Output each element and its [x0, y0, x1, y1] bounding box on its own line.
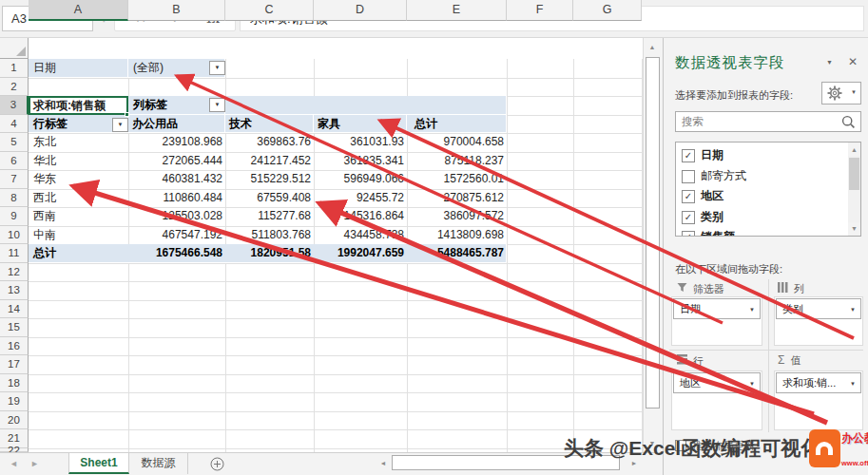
fields-tools-button[interactable]: ▼ [821, 82, 861, 104]
field-item-4[interactable]: ✓类别 [682, 207, 843, 228]
field-checkbox[interactable]: ✓ [682, 231, 695, 237]
pivot-value-cell[interactable]: 460381.432 [128, 170, 225, 189]
pivot-value-cell[interactable]: 515229.512 [225, 170, 314, 189]
column-header-g[interactable]: G [573, 0, 642, 21]
row-header-7[interactable]: 7 [0, 170, 29, 189]
chevron-down-icon[interactable]: ▼ [749, 374, 755, 393]
pivot-value-cell[interactable]: 369863.76 [225, 133, 314, 152]
row-header-11[interactable]: 11 [0, 244, 29, 263]
sheet-nav-left-icon[interactable]: ◄ [10, 459, 18, 468]
pivot-col-header[interactable]: 总计 [407, 115, 507, 134]
row-header-20[interactable]: 20 [0, 411, 29, 430]
sheet-tab-sheet1[interactable]: Sheet1 [68, 453, 129, 474]
scroll-up-icon[interactable]: ▲ [848, 143, 860, 156]
row-header-8[interactable]: 8 [0, 189, 29, 208]
row-header-14[interactable]: 14 [0, 300, 29, 319]
pivot-value-cell[interactable]: 272065.444 [128, 152, 225, 171]
row-header-16[interactable]: 16 [0, 337, 29, 356]
field-checkbox[interactable]: ✓ [682, 149, 695, 162]
row-header-4[interactable]: 4 [0, 115, 29, 134]
pivot-value-cell[interactable]: 1572560.01 [407, 170, 507, 189]
pivot-value-cell[interactable]: 386097.572 [407, 207, 507, 226]
pivot-value-cell[interactable]: 511803.768 [225, 226, 314, 245]
pivot-col-header[interactable]: 家具 [314, 115, 407, 134]
pivot-value-cell[interactable]: 434458.738 [314, 226, 407, 245]
selected-cell-a3[interactable]: 求和项:销售额 [29, 96, 128, 115]
row-labels-dropdown-icon[interactable]: ▼ [112, 118, 128, 132]
select-all-corner[interactable] [0, 38, 29, 59]
pivot-value-cell[interactable]: 145316.864 [314, 207, 407, 226]
column-header-d[interactable]: D [314, 0, 407, 21]
field-checkbox[interactable]: ✓ [682, 211, 695, 224]
chevron-down-icon[interactable]: ▼ [850, 300, 856, 319]
row-header-5[interactable]: 5 [0, 133, 29, 152]
chevron-down-icon[interactable]: ▼ [850, 374, 856, 393]
pivot-total-value[interactable]: 5488465.787 [407, 244, 507, 263]
pane-options-chevron-icon[interactable]: ▼ [826, 59, 833, 66]
pivot-value-cell[interactable]: 241217.452 [225, 152, 314, 171]
grid-vscrollbar-thumb[interactable] [646, 57, 660, 408]
pivot-value-cell[interactable]: 361835.341 [314, 152, 407, 171]
column-header-e[interactable]: E [407, 0, 507, 21]
pivot-value-cell[interactable]: 596949.066 [314, 170, 407, 189]
pivot-value-cell[interactable]: 67559.408 [225, 189, 314, 208]
pivot-value-cell[interactable]: 1413809.698 [407, 226, 507, 245]
pivot-value-cell[interactable]: 92455.72 [314, 189, 407, 208]
cell-a1-filter-field[interactable]: 日期 [29, 59, 128, 78]
row-header-19[interactable]: 19 [0, 392, 29, 411]
field-list-scrollbar-thumb[interactable] [849, 158, 859, 190]
column-header-f[interactable]: F [507, 0, 573, 21]
pivot-value-cell[interactable]: 125503.028 [128, 207, 225, 226]
scroll-down-icon[interactable]: ▼ [848, 222, 860, 235]
pivot-total-label[interactable]: 总计 [29, 244, 128, 263]
pivot-col-header[interactable]: 办公用品 [128, 115, 225, 134]
add-sheet-plus-icon[interactable] [210, 457, 224, 474]
pivot-total-value[interactable]: 1675466.548 [128, 244, 225, 263]
pivot-value-cell[interactable]: 467547.192 [128, 226, 225, 245]
filters-field-pill[interactable]: 日期▼ [673, 298, 761, 319]
row-header-3[interactable]: 3 [0, 96, 29, 115]
field-checkbox[interactable] [682, 170, 695, 183]
pivot-row-label[interactable]: 中南 [29, 226, 128, 245]
sheet-tab-datasource[interactable]: 数据源 [129, 453, 188, 474]
pane-close-icon[interactable]: ✕ [848, 55, 858, 68]
search-icon[interactable] [841, 115, 856, 135]
sheet-nav-right-icon[interactable]: ► [30, 459, 39, 468]
rows-field-pill[interactable]: 地区▼ [673, 372, 761, 393]
pivot-value-cell[interactable]: 115277.68 [225, 207, 314, 226]
row-header-15[interactable]: 15 [0, 318, 29, 337]
pivot-row-label[interactable]: 西南 [29, 207, 128, 226]
scroll-left-icon[interactable]: ◄ [376, 457, 390, 470]
column-header-c[interactable]: C [225, 0, 314, 21]
pivot-col-header[interactable]: 技术 [225, 115, 314, 134]
column-header-b[interactable]: B [128, 0, 225, 21]
row-header-13[interactable]: 13 [0, 281, 29, 300]
row-header-12[interactable]: 12 [0, 263, 29, 282]
pivot-row-label[interactable]: 华北 [29, 152, 128, 171]
values-field-pill[interactable]: 求和项:销...▼ [776, 372, 861, 393]
pivot-row-label[interactable]: 华东 [29, 170, 128, 189]
pivot-value-cell[interactable]: 110860.484 [128, 189, 225, 208]
field-item-3[interactable]: ✓地区 [682, 186, 843, 207]
row-header-2[interactable]: 2 [0, 78, 29, 97]
row-header-18[interactable]: 18 [0, 374, 29, 393]
pivot-value-cell[interactable]: 270875.612 [407, 189, 507, 208]
pivot-row-label[interactable]: 西北 [29, 189, 128, 208]
field-item-5[interactable]: ✓销售额 [682, 227, 843, 237]
pivot-value-cell[interactable]: 875118.237 [407, 152, 507, 171]
pivot-row-label[interactable]: 东北 [29, 133, 128, 152]
row-header-9[interactable]: 9 [0, 207, 29, 226]
row-header-6[interactable]: 6 [0, 152, 29, 171]
field-item-1[interactable]: ✓日期 [682, 145, 843, 166]
search-input[interactable]: 搜索 [675, 111, 861, 132]
chevron-down-icon[interactable]: ▼ [749, 300, 755, 319]
pivot-total-value[interactable]: 1992047.659 [314, 244, 407, 263]
field-item-2[interactable]: 邮寄方式 [682, 166, 843, 187]
pivot-value-cell[interactable]: 970004.658 [407, 133, 507, 152]
pivot-header-fill[interactable] [225, 96, 507, 115]
scroll-up-icon[interactable]: ▲ [644, 40, 661, 55]
field-checkbox[interactable]: ✓ [682, 190, 695, 203]
column-labels-dropdown-icon[interactable]: ▼ [209, 98, 225, 112]
pivot-total-value[interactable]: 1820951.58 [225, 244, 314, 263]
column-header-a[interactable]: A [29, 0, 128, 21]
